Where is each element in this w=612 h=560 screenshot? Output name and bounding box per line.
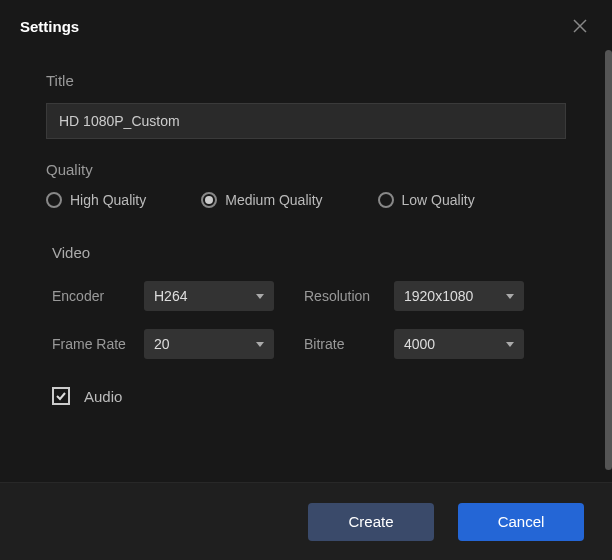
quality-label: Quality xyxy=(46,161,566,178)
encoder-label: Encoder xyxy=(52,288,144,304)
video-row-1: Encoder H264 Resolution 1920x1080 xyxy=(46,281,566,311)
radio-icon xyxy=(378,192,394,208)
select-value: 20 xyxy=(154,336,170,352)
radio-icon xyxy=(201,192,217,208)
radio-label: Low Quality xyxy=(402,192,475,208)
audio-label: Audio xyxy=(84,388,122,405)
chevron-down-icon xyxy=(256,294,264,299)
create-button[interactable]: Create xyxy=(308,503,434,541)
radio-icon xyxy=(46,192,62,208)
framerate-select[interactable]: 20 xyxy=(144,329,274,359)
check-icon xyxy=(55,390,67,402)
select-value: 1920x1080 xyxy=(404,288,473,304)
chevron-down-icon xyxy=(256,342,264,347)
select-value: H264 xyxy=(154,288,187,304)
video-section-label: Video xyxy=(46,244,566,261)
close-button[interactable] xyxy=(568,14,592,38)
modal-content: Title Quality High Quality Medium Qualit… xyxy=(0,52,612,482)
bitrate-select[interactable]: 4000 xyxy=(394,329,524,359)
title-input[interactable] xyxy=(46,103,566,139)
resolution-label: Resolution xyxy=(304,288,394,304)
radio-low-quality[interactable]: Low Quality xyxy=(378,192,475,208)
cancel-button[interactable]: Cancel xyxy=(458,503,584,541)
framerate-label: Frame Rate xyxy=(52,336,144,352)
radio-label: High Quality xyxy=(70,192,146,208)
quality-radio-group: High Quality Medium Quality Low Quality xyxy=(46,192,566,208)
video-row-2: Frame Rate 20 Bitrate 4000 xyxy=(46,329,566,359)
title-label: Title xyxy=(46,72,566,89)
video-section: Video Encoder H264 Resolution 1920x1080 … xyxy=(46,244,566,405)
radio-label: Medium Quality xyxy=(225,192,322,208)
chevron-down-icon xyxy=(506,294,514,299)
bitrate-label: Bitrate xyxy=(304,336,394,352)
settings-modal: Settings Title Quality High Quality Medi… xyxy=(0,0,612,560)
scrollbar[interactable] xyxy=(605,50,612,470)
select-value: 4000 xyxy=(404,336,435,352)
radio-high-quality[interactable]: High Quality xyxy=(46,192,146,208)
modal-footer: Create Cancel xyxy=(0,482,612,560)
chevron-down-icon xyxy=(506,342,514,347)
audio-row: Audio xyxy=(46,387,566,405)
close-icon xyxy=(573,19,587,33)
modal-header: Settings xyxy=(0,0,612,52)
modal-title: Settings xyxy=(20,18,79,35)
audio-checkbox[interactable] xyxy=(52,387,70,405)
resolution-select[interactable]: 1920x1080 xyxy=(394,281,524,311)
encoder-select[interactable]: H264 xyxy=(144,281,274,311)
radio-medium-quality[interactable]: Medium Quality xyxy=(201,192,322,208)
